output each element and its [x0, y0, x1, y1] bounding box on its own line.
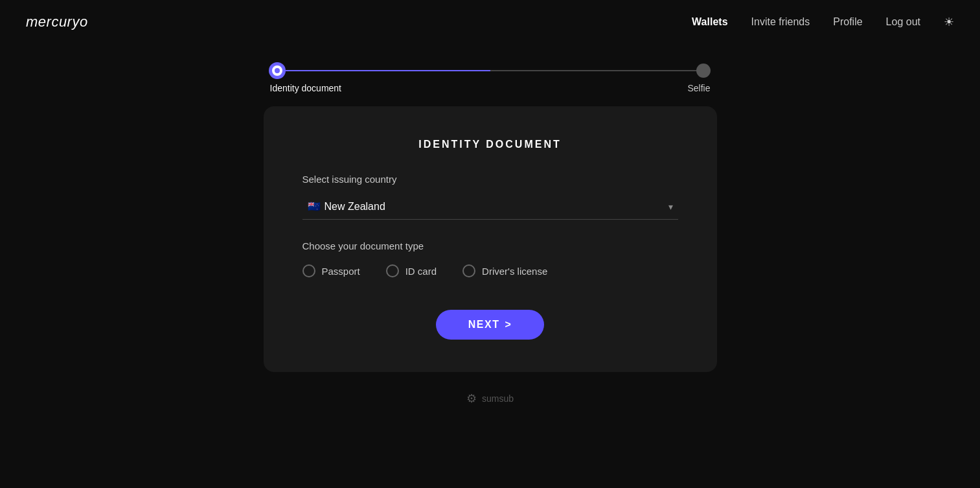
- document-type-label: Choose your document type: [302, 240, 678, 251]
- nav-link-invite-friends[interactable]: Invite friends: [751, 16, 810, 28]
- footer: ⚙ sumsub: [466, 391, 514, 406]
- country-select-wrapper: 🇳🇿 New Zealand ▾: [302, 194, 678, 220]
- next-button[interactable]: NEXT >: [436, 310, 545, 340]
- step-1-label: Identity document: [270, 83, 342, 93]
- radio-id-card[interactable]: [386, 264, 399, 277]
- country-flag: 🇳🇿: [308, 200, 321, 213]
- progress-steps: [270, 64, 711, 78]
- next-button-label: NEXT: [468, 319, 500, 331]
- radio-id-card-label: ID card: [405, 266, 437, 277]
- logo: mercuryo: [26, 14, 88, 30]
- radio-item-passport[interactable]: Passport: [302, 264, 360, 277]
- main-content: Identity document Selfie IDENTITY DOCUME…: [0, 44, 980, 406]
- navigation: mercuryo Wallets Invite friends Profile …: [0, 0, 980, 44]
- identity-document-card: IDENTITY DOCUMENT Select issuing country…: [264, 106, 717, 372]
- theme-toggle-icon[interactable]: ☀: [944, 15, 954, 29]
- country-field-label: Select issuing country: [302, 174, 678, 185]
- step-1-dot: [270, 64, 284, 78]
- step-1-inner-dot: [275, 68, 280, 73]
- radio-item-id-card[interactable]: ID card: [386, 264, 437, 277]
- radio-passport[interactable]: [302, 264, 315, 277]
- radio-passport-label: Passport: [322, 266, 360, 277]
- radio-drivers-license[interactable]: [462, 264, 475, 277]
- card-title: IDENTITY DOCUMENT: [302, 139, 678, 150]
- radio-drivers-license-label: Driver's license: [482, 266, 547, 277]
- chevron-down-icon: ▾: [668, 202, 673, 212]
- nav-link-wallets[interactable]: Wallets: [692, 16, 727, 28]
- nav-link-logout[interactable]: Log out: [886, 16, 920, 28]
- nav-links: Wallets Invite friends Profile Log out ☀: [692, 15, 954, 29]
- progress-track: [270, 64, 711, 78]
- nav-link-profile[interactable]: Profile: [833, 16, 862, 28]
- sumsub-label: sumsub: [482, 393, 514, 404]
- next-button-arrow: >: [505, 319, 512, 331]
- progress-bar: Identity document Selfie: [270, 64, 711, 93]
- button-container: NEXT >: [302, 310, 678, 340]
- country-selector[interactable]: 🇳🇿 New Zealand ▾: [302, 194, 678, 220]
- step-2-dot: [696, 64, 711, 78]
- country-value: New Zealand: [325, 201, 385, 213]
- progress-labels: Identity document Selfie: [270, 83, 711, 93]
- radio-item-drivers-license[interactable]: Driver's license: [462, 264, 547, 277]
- sumsub-icon: ⚙: [466, 391, 477, 406]
- step-2-label: Selfie: [687, 83, 710, 93]
- document-type-radio-group: Passport ID card Driver's license: [302, 264, 678, 277]
